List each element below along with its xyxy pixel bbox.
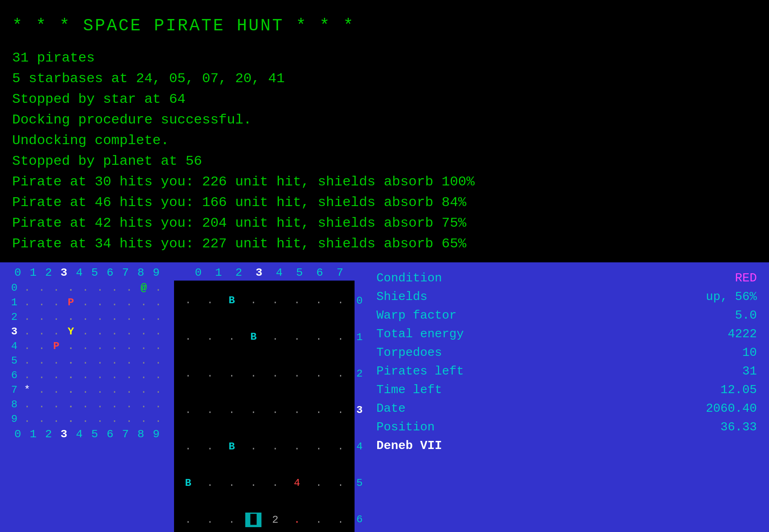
message-line: 5 starbases at 24, 05, 07, 20, 41 [12, 68, 757, 89]
row-label: 0 [6, 282, 17, 294]
map-row: 8.......... [6, 397, 168, 412]
right-map-cell: █ [245, 513, 261, 527]
map-cell: . [34, 281, 49, 295]
right-map-cell: . [180, 293, 196, 308]
map-cell: . [64, 281, 78, 295]
map-cell: . [49, 397, 64, 412]
message-line: Pirate at 30 hits you: 226 unit hit, shi… [12, 172, 757, 192]
map-cell: . [78, 368, 93, 383]
warp-value: 5.0 [735, 309, 757, 322]
message-line: Stopped by planet at 56 [12, 151, 757, 172]
right-map-cell: . [202, 293, 218, 308]
row-label: 2 [6, 311, 17, 323]
right-map-cell: . [332, 403, 348, 417]
message-log: 31 pirates5 starbases at 24, 05, 07, 20,… [12, 48, 757, 254]
map-row: 4..P....... [6, 339, 168, 353]
right-map-cell: . [332, 439, 348, 454]
map-cell: . [20, 295, 34, 310]
right-map-cell: . [245, 476, 261, 490]
map-cell: . [93, 368, 107, 383]
map-cell: . [107, 310, 122, 324]
map-row: 6.......... [6, 368, 168, 383]
right-map-cell: . [202, 403, 218, 417]
right-map-cell: 4 [289, 476, 305, 490]
pirates-label: Pirates left [376, 364, 464, 378]
map-cell: . [136, 295, 151, 310]
right-map-cell: . [202, 476, 218, 490]
right-map-cell: . [289, 330, 305, 344]
right-map-row: ........ [177, 355, 351, 392]
map-cell: . [151, 368, 166, 383]
map-cell: . [151, 383, 166, 397]
right-map-cell: . [289, 513, 305, 527]
warp-label: Warp factor [376, 309, 457, 322]
message-line: Undocking complete. [12, 130, 757, 151]
map-cell: . [93, 339, 107, 353]
map-cell: . [93, 281, 107, 295]
map-cell: . [64, 368, 78, 383]
right-map-inner: ..B........B......................B.....… [174, 281, 364, 532]
map-cell: . [107, 383, 122, 397]
right-map-cell: . [332, 513, 348, 527]
left-map-grid: 0........@.1...P......2..........3...Y..… [6, 281, 168, 426]
warp-row: Warp factor 5.0 [376, 308, 757, 323]
message-line: Pirate at 34 hits you: 227 unit hit, shi… [12, 234, 757, 254]
map-row: 5.......... [6, 353, 168, 368]
row-label: 8 [6, 398, 17, 411]
condition-row: Condition RED [376, 270, 757, 286]
position-value: 36.33 [720, 420, 757, 434]
pirates-value: 31 [742, 364, 757, 378]
map-cell: . [78, 295, 93, 310]
map-cell: . [151, 397, 166, 412]
right-map-cell: . [267, 330, 283, 344]
map-cell: P [49, 339, 64, 353]
map-cell: . [93, 383, 107, 397]
map-cell: P [64, 295, 78, 310]
right-map-cell: . [180, 366, 196, 381]
energy-row: Total energy 4222 [376, 326, 757, 342]
right-map-cell: . [332, 476, 348, 490]
map-cell: . [34, 397, 49, 412]
right-map-cell: . [289, 439, 305, 454]
map-cell: . [151, 412, 166, 426]
date-value: 2060.40 [706, 402, 757, 415]
bottom-section: 0123456789 0........@.1...P......2......… [0, 262, 769, 532]
right-map-cell: . [311, 476, 327, 490]
map-cell: . [64, 353, 78, 368]
right-map-cell: . [267, 439, 283, 454]
map-cell: . [122, 383, 136, 397]
message-line: Pirate at 42 hits you: 204 unit hit, shi… [12, 213, 757, 234]
map-row: 3...Y...... [6, 324, 168, 339]
map-row: 2.......... [6, 310, 168, 324]
row-label: 4 [6, 340, 17, 352]
right-map-row: ........ [177, 392, 351, 428]
map-cell: . [107, 295, 122, 310]
time-row: Time left 12.05 [376, 382, 757, 398]
map-cell: . [151, 281, 166, 295]
map-row: 9.......... [6, 412, 168, 426]
right-map-cell: . [267, 293, 283, 308]
map-row: 1...P...... [6, 295, 168, 310]
map-cell: . [49, 310, 64, 324]
row-label: 7 [6, 384, 17, 396]
right-map-cell: . [311, 366, 327, 381]
map-cell: . [107, 368, 122, 383]
map-cell: . [20, 412, 34, 426]
shields-row: Shields up, 56% [376, 289, 757, 304]
map-cell: . [93, 324, 107, 339]
map-cell: Y [64, 324, 78, 339]
map-cell: . [136, 368, 151, 383]
right-map-cell: . [180, 403, 196, 417]
map-cell: . [78, 412, 93, 426]
right-map-cell: . [223, 513, 240, 527]
map-cell: . [151, 353, 166, 368]
right-map-cell: . [245, 366, 261, 381]
top-section: * * * SPACE PIRATE HUNT * * * 31 pirates… [0, 0, 769, 262]
map-row: 7*......... [6, 383, 168, 397]
right-map-cell: . [180, 439, 196, 454]
right-map-cell: . [202, 439, 218, 454]
right-map-cell: . [332, 330, 348, 344]
planet-row: Deneb VII [376, 438, 757, 453]
right-map-cell: . [267, 403, 283, 417]
right-map-cell: . [267, 476, 283, 490]
